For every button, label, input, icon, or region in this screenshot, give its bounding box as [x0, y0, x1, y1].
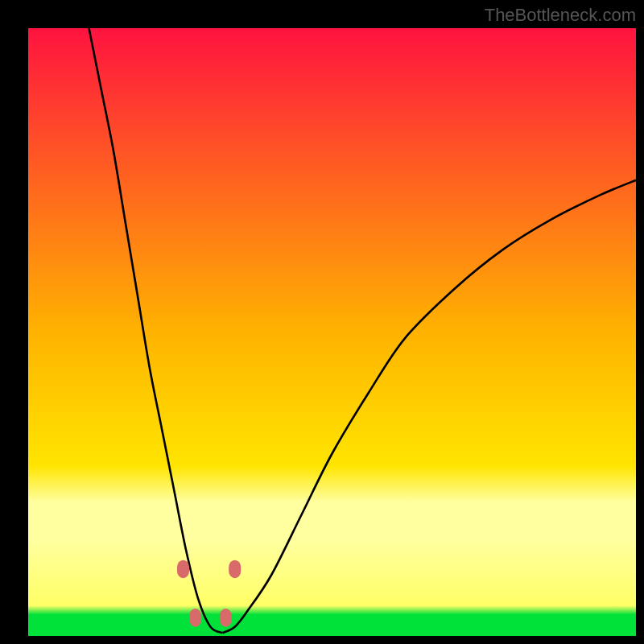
marker — [229, 560, 241, 579]
left-curve — [89, 28, 223, 633]
chart-svg — [28, 28, 636, 636]
marker — [220, 609, 232, 627]
marker — [189, 609, 201, 627]
markers-group — [177, 560, 241, 627]
right-curve — [223, 180, 636, 633]
marker — [177, 560, 189, 579]
watermark: TheBottleneck.com — [485, 5, 636, 26]
chart-area — [28, 28, 636, 636]
